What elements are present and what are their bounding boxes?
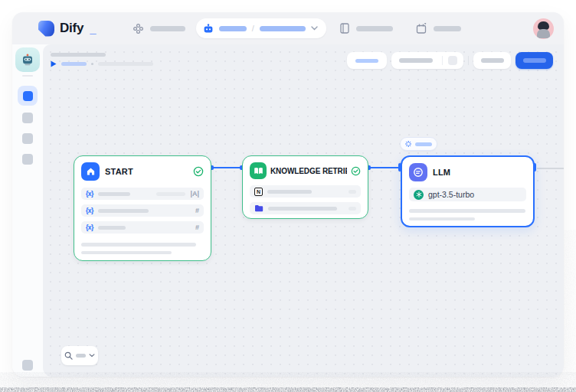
noise-right-edge xyxy=(564,230,576,375)
dify-logo[interactable]: Dify _ xyxy=(38,21,97,37)
run-button[interactable] xyxy=(347,52,387,69)
run-meta-skeleton xyxy=(98,62,153,66)
publish-button[interactable] xyxy=(515,52,553,69)
current-app-icon[interactable] xyxy=(15,47,40,72)
model-row: gpt-3.5-turbo xyxy=(409,188,526,201)
actions-divider xyxy=(468,56,469,65)
app-robot-icon xyxy=(203,24,214,34)
openai-icon xyxy=(414,190,424,200)
logo-cursor: _ xyxy=(90,22,96,35)
variable-icon: {x} xyxy=(86,190,93,198)
model-name: gpt-3.5-turbo xyxy=(428,190,474,199)
dify-logo-icon xyxy=(38,21,54,37)
start-node-icon xyxy=(81,162,100,181)
home-icon xyxy=(86,167,96,176)
variable-name-skeleton xyxy=(98,226,126,230)
node-desc-skeleton xyxy=(81,251,172,255)
source-meta-skeleton xyxy=(349,207,356,211)
openai-glyph xyxy=(416,191,422,198)
robot-app-icon xyxy=(21,53,34,67)
number-type-icon: # xyxy=(195,224,199,231)
sidebar-item-3[interactable] xyxy=(22,133,33,144)
node-start[interactable]: START {x} |A| {x} xyxy=(74,155,211,261)
nav-plugins[interactable] xyxy=(416,23,461,34)
folder-icon xyxy=(254,204,263,212)
node-title: LLM xyxy=(433,168,526,177)
node-llm[interactable]: LLM gpt-3.5-turbo xyxy=(401,155,535,227)
llm-running-badge xyxy=(400,137,437,151)
workspace-name-skeleton xyxy=(219,26,247,31)
sidebar-item-4[interactable] xyxy=(22,154,33,165)
nav-docs[interactable] xyxy=(340,23,393,34)
page: Dify _ xyxy=(0,0,576,392)
open-book-icon xyxy=(254,167,263,175)
string-type-icon: |A| xyxy=(190,190,199,198)
logo-text: Dify xyxy=(60,21,83,36)
sidebar-item-2[interactable] xyxy=(22,113,33,123)
app-window: Dify _ xyxy=(12,12,564,377)
book-icon xyxy=(340,23,349,34)
app-name-skeleton xyxy=(260,26,306,31)
breadcrumb-separator: / xyxy=(252,24,254,33)
publish-label-skeleton xyxy=(523,58,546,63)
zoom-control[interactable] xyxy=(61,346,98,365)
preview-button-group[interactable] xyxy=(391,52,463,69)
source-meta-skeleton xyxy=(349,190,356,194)
edge-start-to-kr xyxy=(211,167,242,168)
edge-kr-to-llm xyxy=(368,167,401,168)
run-status-skeleton xyxy=(61,62,87,66)
node-desc-skeleton xyxy=(409,209,525,213)
source-name-skeleton xyxy=(267,190,312,194)
variable-row: {x} # xyxy=(81,204,204,217)
workflow-title-skeleton xyxy=(51,53,106,57)
sidebar xyxy=(12,44,43,377)
variable-name-skeleton xyxy=(98,192,130,196)
node-title: KNOWLEDGE RETRIEVAL xyxy=(270,167,347,175)
source-name-skeleton xyxy=(268,207,337,211)
llm-node-icon xyxy=(409,163,427,181)
preview-label-skeleton xyxy=(399,58,433,63)
play-icon xyxy=(51,60,57,67)
canvas-actions xyxy=(347,52,553,69)
app-switcher[interactable]: / xyxy=(196,18,326,38)
button-divider xyxy=(442,56,443,65)
knowledge-source-row: N xyxy=(250,185,361,198)
dot-separator xyxy=(91,63,93,65)
variable-row: {x} # xyxy=(81,221,204,234)
node-desc-skeleton xyxy=(81,243,196,247)
check-circle-icon xyxy=(351,166,361,176)
badge-label-skeleton xyxy=(415,142,432,146)
node-title: START xyxy=(105,167,188,176)
workflow-canvas[interactable]: START {x} |A| {x} xyxy=(43,44,564,377)
nav-explore[interactable] xyxy=(133,24,185,34)
sidebar-item-workflow-active[interactable] xyxy=(18,86,38,106)
nav-docs-label-skeleton xyxy=(356,26,393,31)
sidebar-item-settings[interactable] xyxy=(22,360,33,371)
variable-value-skeleton xyxy=(156,192,185,196)
run-button-label-skeleton xyxy=(355,59,378,63)
workflow-icon xyxy=(23,91,33,101)
variable-name-skeleton xyxy=(98,209,149,213)
avatar-head xyxy=(538,21,549,30)
secondary-button[interactable] xyxy=(473,52,511,69)
node-desc-skeleton xyxy=(409,217,475,221)
llm-circle-icon xyxy=(413,167,424,178)
node-knowledge-retrieval[interactable]: KNOWLEDGE RETRIEVAL N xyxy=(242,155,368,219)
avatar-body xyxy=(537,29,550,38)
number-type-icon: # xyxy=(195,207,199,214)
variable-icon: {x} xyxy=(86,207,93,214)
zoom-level-skeleton xyxy=(76,354,86,358)
variable-icon: {x} xyxy=(86,224,93,231)
knowledge-retrieval-node-icon xyxy=(250,162,267,179)
zoom-search-icon xyxy=(64,351,73,360)
check-circle-icon xyxy=(193,166,204,177)
chevron-down-icon xyxy=(311,26,318,31)
user-avatar[interactable] xyxy=(533,18,554,39)
knowledge-source-row xyxy=(250,202,361,214)
variable-row: {x} |A| xyxy=(81,188,204,200)
apps-icon xyxy=(133,24,143,34)
chevron-down-icon xyxy=(89,354,95,358)
workflow-run-info xyxy=(51,60,153,67)
nav-explore-label-skeleton xyxy=(150,26,185,31)
nav-plugins-label-skeleton xyxy=(434,26,461,31)
